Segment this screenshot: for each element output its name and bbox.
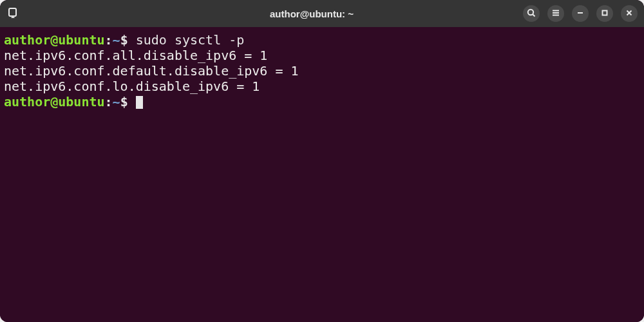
close-icon bbox=[625, 8, 634, 20]
prompt-symbol: $ bbox=[120, 94, 128, 109]
prompt-path: ~ bbox=[113, 32, 120, 48]
titlebar-right bbox=[523, 5, 640, 22]
prompt-user-host: author@ubuntu bbox=[4, 32, 105, 48]
prompt-symbol: $ bbox=[120, 32, 128, 48]
titlebar-center: author@ubuntu: ~ bbox=[104, 8, 519, 19]
cursor bbox=[136, 96, 143, 109]
command-text: sudo sysctl -p bbox=[128, 32, 245, 48]
terminal-body[interactable]: author@ubuntu:~$ sudo sysctl -p net.ipv6… bbox=[0, 27, 644, 322]
hamburger-icon bbox=[551, 8, 560, 20]
prompt-line-1: author@ubuntu:~$ sudo sysctl -p bbox=[4, 32, 640, 48]
search-icon bbox=[527, 8, 536, 20]
prompt-user-host: author@ubuntu bbox=[4, 94, 105, 109]
search-button[interactable] bbox=[523, 5, 540, 22]
prompt-separator: : bbox=[105, 32, 113, 48]
menu-button[interactable] bbox=[547, 5, 564, 22]
window-title: author@ubuntu: ~ bbox=[270, 8, 354, 19]
close-button[interactable] bbox=[621, 5, 638, 22]
new-tab-button[interactable] bbox=[4, 5, 22, 23]
svg-line-2 bbox=[533, 14, 535, 16]
minimize-icon bbox=[576, 8, 585, 20]
prompt-separator: : bbox=[105, 94, 113, 109]
prompt-line-2: author@ubuntu:~$ bbox=[4, 94, 640, 109]
prompt-path: ~ bbox=[113, 94, 120, 109]
output-line-2: net.ipv6.conf.default.disable_ipv6 = 1 bbox=[4, 63, 640, 79]
maximize-icon bbox=[600, 8, 609, 20]
svg-rect-0 bbox=[9, 8, 16, 16]
terminal-window: author@ubuntu: ~ bbox=[0, 0, 644, 322]
output-line-1: net.ipv6.conf.all.disable_ipv6 = 1 bbox=[4, 48, 640, 63]
svg-rect-7 bbox=[603, 10, 607, 15]
titlebar-left bbox=[4, 5, 100, 23]
new-tab-icon bbox=[7, 6, 19, 21]
output-line-3: net.ipv6.conf.lo.disable_ipv6 = 1 bbox=[4, 79, 640, 94]
titlebar: author@ubuntu: ~ bbox=[0, 0, 644, 27]
minimize-button[interactable] bbox=[572, 5, 589, 22]
maximize-button[interactable] bbox=[596, 5, 613, 22]
svg-point-1 bbox=[528, 9, 533, 14]
